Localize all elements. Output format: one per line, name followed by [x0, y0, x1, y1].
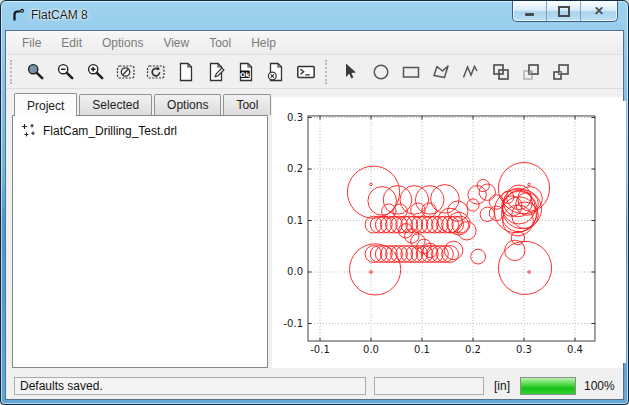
window-title: FlatCAM 8: [31, 8, 88, 22]
draw-circle-button[interactable]: [366, 58, 396, 86]
replot-button[interactable]: [141, 58, 171, 86]
status-aux-box: [374, 377, 484, 395]
toolbar-handle[interactable]: [10, 60, 16, 84]
shell-button[interactable]: [291, 58, 321, 86]
status-bar: Defaults saved. [in] 100% ⋰: [6, 373, 623, 399]
svg-text:0.3: 0.3: [287, 112, 303, 123]
ok-file-button[interactable]: Ok: [231, 58, 261, 86]
svg-text:0.2: 0.2: [465, 344, 481, 355]
menu-item-view[interactable]: View: [153, 33, 199, 53]
select-button[interactable]: [336, 58, 366, 86]
edit-file-button[interactable]: [201, 58, 231, 86]
draw-polygon-icon: [431, 62, 451, 82]
clear-plot-button[interactable]: [111, 58, 141, 86]
union-icon: [491, 62, 511, 82]
plot-canvas[interactable]: -0.10.00.10.20.30.4-0.10.00.10.20.3: [272, 97, 623, 368]
tab-project[interactable]: Project: [14, 93, 77, 116]
cancel-file-button[interactable]: [261, 58, 291, 86]
draw-polygon-button[interactable]: [426, 58, 456, 86]
maximize-button[interactable]: [547, 1, 581, 21]
zoom-out-button[interactable]: [51, 58, 81, 86]
zoom-fit-button[interactable]: [21, 58, 51, 86]
union-button[interactable]: [486, 58, 516, 86]
close-button[interactable]: ✕: [581, 1, 617, 21]
draw-rectangle-icon: [401, 62, 421, 82]
zoom-in-button[interactable]: [81, 58, 111, 86]
zoom-out-icon: [56, 62, 76, 82]
toolbar: Ok: [6, 55, 623, 89]
menu-item-edit[interactable]: Edit: [51, 33, 92, 53]
ok-file-icon: Ok: [236, 62, 256, 82]
menu-item-options[interactable]: Options: [92, 33, 153, 53]
intersection-icon: [521, 62, 541, 82]
svg-text:0.1: 0.1: [287, 215, 303, 226]
progress-percent: 100%: [584, 379, 615, 393]
new-file-icon: [176, 62, 196, 82]
draw-circle-icon: [371, 62, 391, 82]
tree-item[interactable]: FlatCam_Drilling_Test.drl: [13, 116, 267, 139]
menu-bar: FileEditOptionsViewToolHelp: [6, 31, 623, 55]
svg-text:0.0: 0.0: [363, 344, 379, 355]
tree-item-label: FlatCam_Drilling_Test.drl: [43, 124, 177, 138]
svg-text:Ok: Ok: [240, 70, 250, 78]
clear-plot-icon: [116, 62, 136, 82]
progress-bar: [520, 377, 576, 395]
maximize-icon: [558, 6, 570, 17]
tab-tool[interactable]: Tool: [223, 94, 271, 115]
svg-text:0.3: 0.3: [516, 344, 532, 355]
shell-icon: [296, 62, 316, 82]
left-panel: ProjectSelectedOptionsTool FlatCam_Drill…: [12, 93, 268, 368]
tab-options[interactable]: Options: [154, 94, 221, 115]
edit-file-icon: [206, 62, 226, 82]
title-bar[interactable]: FlatCAM 8 ✕: [1, 1, 628, 29]
project-tree[interactable]: FlatCam_Drilling_Test.drl: [12, 115, 268, 368]
menu-item-tool[interactable]: Tool: [199, 33, 241, 53]
zoom-in-icon: [86, 62, 106, 82]
tab-selected[interactable]: Selected: [79, 94, 152, 115]
tab-bar: ProjectSelectedOptionsTool: [12, 93, 268, 115]
svg-text:0.1: 0.1: [414, 344, 430, 355]
units-label: [in]: [492, 379, 512, 393]
matplotlib-figure[interactable]: -0.10.00.10.20.30.4-0.10.00.10.20.3: [272, 101, 626, 363]
status-message: Defaults saved.: [14, 377, 366, 395]
draw-path-button[interactable]: [456, 58, 486, 86]
subtract-button[interactable]: [546, 58, 576, 86]
menu-item-file[interactable]: File: [12, 33, 51, 53]
intersection-button[interactable]: [516, 58, 546, 86]
excellon-drill-icon: [21, 123, 37, 139]
flatcam-logo-icon: [10, 7, 26, 23]
close-icon: ✕: [594, 5, 604, 17]
client-area: FileEditOptionsViewToolHelp Ok ProjectSe…: [5, 30, 624, 400]
subtract-icon: [551, 62, 571, 82]
cancel-file-icon: [266, 62, 286, 82]
svg-text:0.4: 0.4: [567, 344, 583, 355]
new-file-button[interactable]: [171, 58, 201, 86]
main-content: ProjectSelectedOptionsTool FlatCam_Drill…: [6, 89, 623, 368]
caption-buttons: ✕: [512, 1, 618, 22]
svg-text:-0.1: -0.1: [283, 318, 303, 329]
select-icon: [341, 62, 361, 82]
minimize-button[interactable]: [513, 1, 547, 21]
toolbar-handle[interactable]: [325, 60, 331, 84]
replot-icon: [146, 62, 166, 82]
svg-text:-0.1: -0.1: [310, 344, 330, 355]
minimize-icon: [525, 13, 534, 16]
app-window: FlatCAM 8 ✕ FileEditOptionsViewToolHelp …: [0, 0, 629, 405]
resize-grip-icon[interactable]: ⋰: [623, 384, 629, 399]
svg-text:0.0: 0.0: [287, 266, 303, 277]
menu-item-help[interactable]: Help: [241, 33, 286, 53]
draw-rectangle-button[interactable]: [396, 58, 426, 86]
draw-path-icon: [461, 62, 481, 82]
zoom-fit-icon: [26, 62, 46, 82]
svg-text:0.2: 0.2: [287, 163, 303, 174]
